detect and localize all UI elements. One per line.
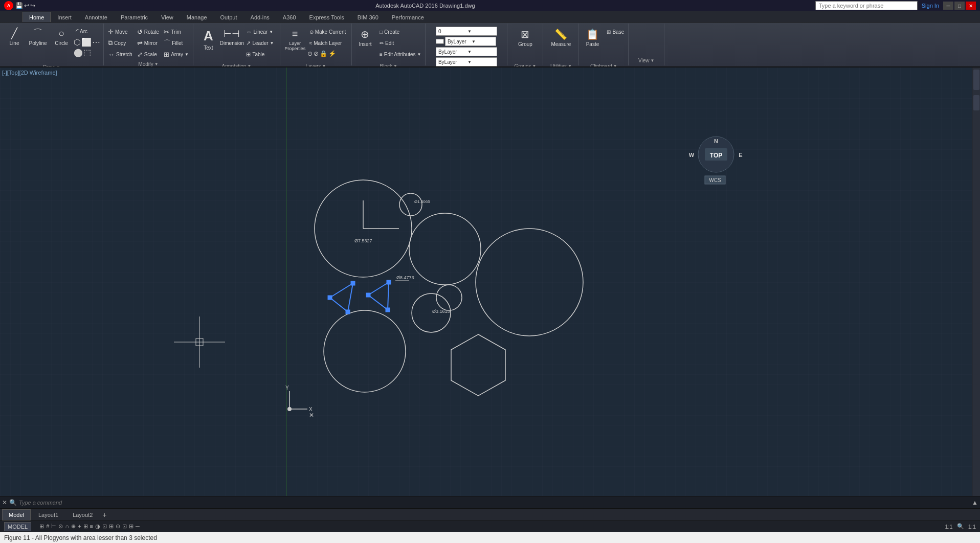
lineweight2-toggle[interactable]: ─ — [136, 523, 140, 530]
tool-stretch[interactable]: ↔ Stretch — [106, 49, 135, 59]
cmd-icon-2[interactable]: 🔍 — [9, 499, 17, 506]
tab-home[interactable]: Home — [23, 12, 51, 22]
svg-text:WCS: WCS — [709, 177, 721, 183]
groups-group-label[interactable]: Groups ▼ — [514, 62, 538, 67]
tool-create[interactable]: □ Create — [377, 27, 423, 37]
tab-manage[interactable]: Manage — [180, 12, 214, 22]
tab-parametric[interactable]: Parametric — [114, 12, 154, 22]
layer-icon-2[interactable]: ⊘ — [314, 50, 319, 57]
svg-text:N: N — [714, 138, 718, 144]
snap-toggle[interactable]: ⊞ — [39, 523, 44, 530]
tab-annotate[interactable]: Annotate — [78, 12, 114, 22]
undo-btn[interactable]: ↩ — [24, 2, 29, 9]
tool-edit-block[interactable]: ✏ Edit — [377, 38, 423, 48]
minimize-btn[interactable]: ─ — [943, 2, 953, 10]
sel-cycling-toggle[interactable]: ⊞ — [109, 523, 114, 530]
dynucs-toggle[interactable]: ⊡ — [122, 523, 127, 530]
ortho-toggle[interactable]: ⊢ — [51, 523, 56, 530]
tab-output[interactable]: Output — [214, 12, 244, 22]
maximize-btn[interactable]: □ — [954, 2, 965, 10]
redo-btn[interactable]: ↪ — [30, 2, 35, 9]
layer-icon-1[interactable]: ⊙ — [307, 50, 313, 57]
cmd-scroll[interactable]: ▲ — [972, 499, 978, 506]
svg-text:W: W — [689, 152, 695, 158]
tool-fillet[interactable]: ⌒ Fillet — [162, 38, 191, 48]
tool-layer-properties[interactable]: ≡ Layer Properties — [284, 27, 306, 61]
tool-arc[interactable]: ◜Arc — [74, 27, 100, 36]
qprops-toggle[interactable]: ⊡ — [102, 523, 107, 530]
ducs-toggle[interactable]: ⊞ — [83, 523, 88, 530]
tab-a360[interactable]: A360 — [276, 12, 303, 22]
layers-group-label[interactable]: Layers ▼ — [305, 62, 327, 67]
tool-circle[interactable]: ○ Circle — [50, 27, 73, 61]
tool-polyline[interactable]: ⌒ Polyline — [27, 27, 49, 61]
tool-table[interactable]: ⊞ Table — [244, 49, 276, 59]
tool-text[interactable]: A Text — [197, 27, 219, 61]
tab-view[interactable]: View — [154, 12, 180, 22]
tab-bim360[interactable]: BIM 360 — [351, 12, 385, 22]
tab-model[interactable]: Model — [2, 509, 31, 521]
tool-match-layer[interactable]: ≈ Match Layer — [307, 38, 348, 48]
side-btn-1[interactable] — [973, 70, 979, 90]
zoom-controls[interactable]: 🔍 — [957, 523, 964, 530]
tab-insert[interactable]: Insert — [51, 12, 78, 22]
tab-expresstools[interactable]: Express Tools — [303, 12, 351, 22]
layer-icon-3[interactable]: 🔒 — [320, 50, 327, 57]
utilities-group-label[interactable]: Utilities ▼ — [549, 62, 573, 67]
transparency-toggle[interactable]: ◑ — [95, 523, 100, 530]
draw-group-label[interactable]: Draw ▼ — [42, 63, 61, 67]
tool-make-current[interactable]: ⊙ Make Current — [307, 27, 348, 37]
drawing-viewport[interactable]: Ø7.5327 Ø1.3065 Ø3.1615 Ø8.4773 — [0, 67, 980, 496]
3dosnap-toggle[interactable]: ⊕ — [71, 523, 76, 530]
annotation-group-label[interactable]: Annotation ▼ — [221, 62, 253, 67]
tool-paste[interactable]: 📋 Paste — [581, 27, 604, 61]
tool-array[interactable]: ⊞ Array ▼ — [162, 49, 191, 59]
linetype-dropdown[interactable]: ByLayer ▼ — [436, 47, 497, 56]
tool-scale[interactable]: ⤢ Scale — [135, 49, 161, 59]
svg-text:S: S — [714, 175, 718, 181]
layer-icon-4[interactable]: ⚡ — [328, 50, 336, 57]
close-btn[interactable]: ✕ — [966, 2, 976, 10]
tool-measure[interactable]: 📏 Measure — [550, 27, 572, 61]
polar-toggle[interactable]: ⊙ — [58, 523, 63, 530]
tab-performance[interactable]: Performance — [385, 12, 431, 22]
signin-btn[interactable]: Sign In — [922, 3, 939, 9]
search-input[interactable] — [815, 1, 918, 10]
tool-mirror[interactable]: ⇌ Mirror — [135, 38, 161, 48]
dyninput-toggle[interactable]: ⊞ — [129, 523, 133, 530]
cmd-icon-1[interactable]: ✕ — [2, 499, 7, 506]
tool-insert[interactable]: ⊕ Insert — [354, 27, 376, 61]
tool-rotate[interactable]: ↺ Rotate — [135, 27, 161, 37]
tool-dimension[interactable]: ⊢⊣ Dimension — [220, 27, 243, 61]
osnap-toggle[interactable]: ∩ — [65, 523, 69, 530]
lineweight-dropdown[interactable]: ByLayer ▼ — [436, 57, 497, 66]
tool-edit-attributes[interactable]: ≡ Edit Attributes ▼ — [377, 49, 423, 59]
command-input[interactable] — [19, 500, 970, 506]
tool-copy[interactable]: ⧉ Copy — [106, 38, 135, 48]
view-group-label[interactable]: View ▼ — [637, 57, 655, 64]
tab-layout1[interactable]: Layout1 — [32, 509, 65, 521]
tool-leader[interactable]: ↗ Leader ▼ — [244, 38, 276, 48]
tab-addins[interactable]: Add-ins — [244, 12, 276, 22]
tool-line[interactable]: ╱ Line — [3, 27, 26, 61]
titlebar: A 💾 ↩ ↪ Autodesk AutoCAD 2016 Drawing1.d… — [0, 0, 980, 11]
grid-toggle[interactable]: # — [46, 523, 49, 530]
add-tab-btn[interactable]: + — [102, 511, 106, 519]
color-dropdown[interactable]: ByLayer ▼ — [445, 37, 496, 46]
quick-access-toolbar: 💾 ↩ ↪ — [15, 2, 35, 9]
3d-obj-snap[interactable]: ⊙ — [116, 523, 120, 530]
tool-trim[interactable]: ✂ Trim — [162, 27, 191, 37]
clipboard-group-label[interactable]: Clipboard ▼ — [589, 62, 618, 67]
block-group-label[interactable]: Block ▼ — [379, 62, 398, 67]
tab-layout2[interactable]: Layout2 — [66, 509, 99, 521]
side-btn-2[interactable] — [973, 95, 979, 110]
tool-group[interactable]: ⊠ Group — [514, 27, 537, 61]
lineweight-toggle[interactable]: ≡ — [90, 523, 93, 530]
tool-move[interactable]: ✛ Move — [106, 27, 135, 37]
save-btn[interactable]: 💾 — [15, 2, 23, 9]
tool-linear[interactable]: ↔ Linear ▼ — [244, 27, 276, 37]
modify-group-label[interactable]: Modify ▼ — [137, 60, 159, 67]
tool-base[interactable]: ⊞ Base — [605, 27, 626, 37]
otrack-toggle[interactable]: + — [78, 523, 81, 530]
layer-dropdown[interactable]: 0 ▼ — [436, 27, 497, 36]
